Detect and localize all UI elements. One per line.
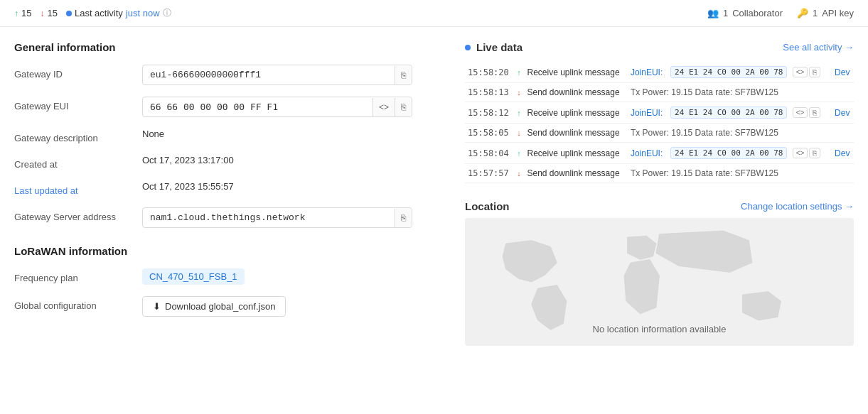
hex-actions: <> ⎘	[793, 107, 821, 118]
activity-time-cell: 15:57:57	[465, 164, 514, 183]
down-arrow-icon: ↓	[517, 129, 521, 137]
gateway-eui-row: Gateway EUI <> ⎘	[14, 97, 448, 117]
activity-help-icon[interactable]: ⓘ	[163, 7, 171, 19]
activity-hex-cell: 24 E1 24 C0 00 2A 00 78 <> ⎘	[668, 143, 832, 164]
gateway-id-copy-button[interactable]: ⎘	[395, 66, 412, 85]
gateway-eui-input[interactable]	[143, 97, 373, 116]
gateway-id-input[interactable]	[143, 65, 395, 85]
live-data-title: Live data	[476, 41, 523, 53]
activity-table: 15:58:20 ↑ Receive uplink message JoinEU…	[465, 62, 854, 183]
activity-time: just now	[126, 8, 160, 18]
apikey-label: API key	[822, 8, 854, 18]
gateway-eui-code-button[interactable]: <>	[373, 98, 395, 116]
down-arrow-icon: ↓	[517, 88, 521, 97]
hex-value: 24 E1 24 C0 00 2A 00 78	[670, 66, 787, 78]
gateway-id-label: Gateway ID	[14, 65, 142, 80]
gateway-eui-label: Gateway EUI	[14, 97, 142, 111]
activity-tx-cell: Tx Power: 19.15 Data rate: SF7BW125	[628, 83, 854, 102]
live-data-title-group: Live data	[465, 41, 523, 53]
down-arrow-icon: ↓	[517, 169, 521, 178]
freq-plan-value: CN_470_510_FSB_1	[142, 268, 448, 285]
server-address-value: ⎘	[142, 207, 448, 228]
up-arrow-icon: ↑	[517, 109, 521, 117]
activity-status: Last activity just now ⓘ	[66, 7, 171, 19]
server-address-input-group: ⎘	[142, 207, 412, 228]
activity-dir-cell: ↑	[514, 102, 524, 124]
hex-copy-button[interactable]: ⎘	[809, 148, 820, 158]
lora-section-title: LoRaWAN information	[14, 245, 448, 257]
see-all-activity-link[interactable]: See all activity →	[783, 42, 854, 53]
left-panel: General information Gateway ID ⎘ Gateway…	[14, 41, 448, 346]
activity-label-cell: JoinEUI:	[628, 102, 668, 124]
freq-plan-badge: CN_470_510_FSB_1	[142, 268, 245, 285]
collaborator-info: 👥 1 Collaborator	[707, 8, 783, 18]
no-location-label: No location information available	[593, 324, 727, 334]
collaborator-count: 1	[723, 8, 728, 18]
upload-stat: ↑ 15	[14, 8, 31, 18]
location-header: Location Change location settings →	[465, 200, 854, 212]
hex-actions: <> ⎘	[793, 148, 821, 158]
gateway-description-label: Gateway description	[14, 129, 142, 143]
right-panel: Live data See all activity → 15:58:20 ↑ …	[465, 41, 854, 346]
server-address-input[interactable]	[143, 208, 395, 227]
activity-label-cell: JoinEUI:	[628, 62, 668, 83]
gateway-id-value: ⎘	[142, 65, 448, 85]
download-arrow-icon: ↓	[40, 9, 44, 18]
activity-dir-cell: ↓	[514, 124, 524, 143]
freq-plan-row: Frequency plan CN_470_510_FSB_1	[14, 268, 448, 285]
activity-dot-icon	[66, 11, 72, 16]
hex-code-button[interactable]: <>	[793, 67, 808, 77]
table-row: 15:58:04 ↑ Receive uplink message JoinEU…	[465, 143, 854, 164]
apikey-icon: 🔑	[797, 8, 808, 18]
hex-code-button[interactable]: <>	[793, 148, 808, 158]
hex-code-button[interactable]: <>	[793, 107, 808, 118]
upload-arrow-icon: ↑	[14, 9, 18, 18]
activity-dir-cell: ↓	[514, 83, 524, 102]
hex-value: 24 E1 24 C0 00 2A 00 78	[670, 107, 787, 119]
activity-time-cell: 15:58:20	[465, 62, 514, 83]
download-btn-label: Download global_conf.json	[165, 301, 275, 312]
change-location-link[interactable]: Change location settings →	[741, 201, 854, 212]
lora-section: LoRaWAN information Frequency plan CN_47…	[14, 245, 448, 317]
live-data-header: Live data See all activity →	[465, 41, 854, 53]
gateway-description-row: Gateway description None	[14, 129, 448, 143]
created-at-text: Oct 17, 2023 13:17:00	[142, 151, 234, 165]
activity-hex-cell: 24 E1 24 C0 00 2A 00 78 <> ⎘	[668, 102, 832, 124]
top-bar-left: ↑ 15 ↓ 15 Last activity just now ⓘ	[14, 7, 696, 19]
server-address-copy-button[interactable]: ⎘	[395, 209, 412, 227]
activity-label-cell: JoinEUI:	[628, 143, 668, 164]
up-arrow-icon: ↑	[517, 149, 521, 158]
download-count: 15	[47, 8, 57, 18]
activity-dev-cell[interactable]: Dev	[832, 143, 854, 164]
gateway-description-text: None	[142, 124, 164, 139]
updated-at-text: Oct 17, 2023 15:55:57	[142, 177, 234, 192]
table-row: 15:57:57 ↓ Send downlink message Tx Powe…	[465, 164, 854, 183]
hex-copy-button[interactable]: ⎘	[809, 67, 820, 77]
activity-dev-cell[interactable]: Dev	[832, 102, 854, 124]
gateway-description-value: None	[142, 129, 448, 139]
apikey-count: 1	[813, 8, 818, 18]
created-at-row: Created at Oct 17, 2023 13:17:00	[14, 155, 448, 170]
live-dot-icon	[465, 45, 471, 50]
map-container: No location information available	[465, 218, 854, 346]
activity-dev-cell[interactable]: Dev	[832, 62, 854, 83]
activity-table-body: 15:58:20 ↑ Receive uplink message JoinEU…	[465, 62, 854, 183]
activity-time-cell: 15:58:13	[465, 83, 514, 102]
hex-copy-button[interactable]: ⎘	[809, 107, 820, 118]
updated-at-row: Last updated at Oct 17, 2023 15:55:57	[14, 181, 448, 196]
download-config-button[interactable]: ⬇ Download global_conf.json	[142, 296, 286, 317]
activity-tx-cell: Tx Power: 19.15 Data rate: SF7BW125	[628, 124, 854, 143]
activity-msg-cell: Receive uplink message	[524, 102, 627, 124]
global-config-value: ⬇ Download global_conf.json	[142, 296, 448, 317]
activity-time-cell: 15:58:05	[465, 124, 514, 143]
table-row: 15:58:20 ↑ Receive uplink message JoinEU…	[465, 62, 854, 83]
download-icon: ⬇	[153, 301, 161, 312]
activity-msg-cell: Send downlink message	[524, 83, 627, 102]
hex-actions: <> ⎘	[793, 67, 821, 77]
created-at-value: Oct 17, 2023 13:17:00	[142, 155, 448, 165]
server-address-row: Gateway Server address ⎘	[14, 207, 448, 228]
download-stat: ↓ 15	[40, 8, 57, 18]
gateway-eui-copy-button[interactable]: ⎘	[395, 98, 412, 116]
collaborator-label: Collaborator	[732, 8, 783, 18]
updated-at-label: Last updated at	[14, 181, 142, 196]
